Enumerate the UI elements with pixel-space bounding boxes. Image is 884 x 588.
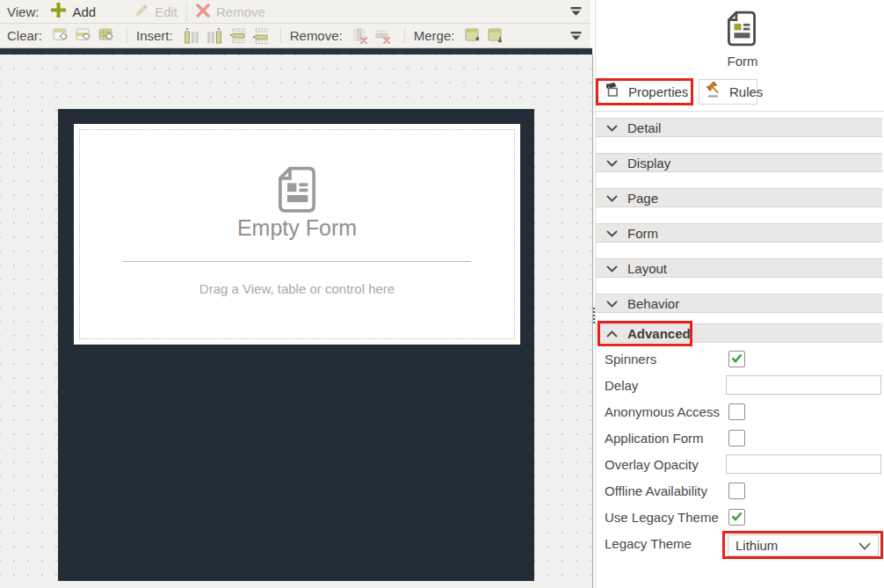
section-label: Form: [627, 226, 658, 241]
view-toolbar: View: Add Edit Remove: [0, 0, 591, 24]
toolbar-separator: [127, 27, 127, 44]
chevron-down-icon: [606, 120, 618, 135]
row-delay: Delay: [596, 372, 882, 398]
chevron-down-icon: [859, 538, 871, 553]
check-icon: [731, 351, 743, 367]
section-layout[interactable]: Layout: [596, 258, 882, 278]
properties-panel: Form Properties Rules Detail Display Pag…: [595, 0, 884, 588]
row-legacy-theme: Legacy Theme Lithium: [596, 530, 882, 556]
form-object-label: Form: [700, 54, 785, 69]
layout-toolbar: Clear: Insert: Remove: Merge:: [0, 24, 591, 48]
section-label: Display: [627, 156, 670, 171]
row-spinners: Spinners: [596, 345, 882, 372]
remove-column-icon: [352, 28, 369, 44]
merge-group-label: Merge:: [414, 28, 455, 43]
row-offline-availability: Offline Availability: [596, 477, 882, 504]
clear-group-label: Clear:: [7, 28, 42, 43]
edit-view-button[interactable]: Edit: [134, 4, 178, 20]
prop-label: Delay: [605, 378, 638, 393]
remove-view-button[interactable]: Remove: [196, 4, 265, 20]
section-behavior[interactable]: Behavior: [596, 294, 882, 313]
form-document-icon: [279, 166, 315, 219]
spinners-checkbox[interactable]: [728, 351, 745, 367]
section-label: Page: [627, 191, 658, 206]
chevron-down-icon: [606, 155, 618, 171]
add-view-button[interactable]: Add: [51, 3, 96, 20]
use-legacy-theme-checkbox[interactable]: [728, 509, 745, 526]
prop-label: Legacy Theme: [605, 536, 692, 551]
legacy-theme-value: Lithium: [735, 538, 778, 553]
form-object-icon: [728, 11, 756, 52]
row-use-legacy-theme: Use Legacy Theme: [596, 504, 882, 530]
clear-table-button[interactable]: [97, 26, 116, 46]
insert-row-below-icon: [252, 28, 268, 44]
section-advanced[interactable]: Advanced: [596, 323, 882, 343]
clear-row-button[interactable]: [74, 26, 93, 46]
tab-properties-label: Properties: [628, 84, 688, 99]
tab-rules[interactable]: Rules: [699, 79, 757, 105]
toolbar-overflow-icon[interactable]: [570, 4, 582, 19]
section-display[interactable]: Display: [596, 153, 882, 172]
insert-group-label: Insert:: [136, 28, 173, 43]
merge-down-button[interactable]: [486, 26, 505, 46]
merge-right-button[interactable]: [463, 26, 482, 46]
remove-row-icon: [375, 28, 392, 44]
remove-row-button[interactable]: [374, 26, 394, 46]
insert-row-above-button[interactable]: [228, 26, 247, 46]
insert-row-below-button[interactable]: [250, 26, 270, 46]
empty-form-dropzone[interactable]: Empty Form Drag a View, table or control…: [74, 124, 520, 345]
section-detail[interactable]: Detail: [596, 118, 882, 137]
edit-view-label: Edit: [155, 4, 178, 19]
design-canvas[interactable]: Empty Form Drag a View, table or control…: [0, 54, 593, 588]
insert-column-right-button[interactable]: [205, 26, 224, 46]
clear-row-icon: [76, 28, 92, 43]
insert-column-right-icon: [207, 28, 222, 44]
add-view-label: Add: [72, 4, 96, 19]
section-page[interactable]: Page: [596, 188, 882, 207]
pencil-icon: [134, 4, 149, 20]
toolbar-separator: [280, 27, 281, 44]
insert-column-left-button[interactable]: [182, 26, 201, 46]
merge-right-icon: [465, 28, 482, 44]
section-label: Behavior: [627, 296, 679, 311]
form-stage[interactable]: Empty Form Drag a View, table or control…: [58, 109, 534, 581]
prop-label: Application Form: [605, 431, 704, 446]
row-application-form: Application Form: [596, 425, 882, 451]
legacy-theme-select[interactable]: Lithium: [728, 534, 879, 556]
prop-label: Spinners: [605, 352, 656, 367]
prop-label: Use Legacy Theme: [605, 510, 719, 525]
insert-column-left-icon: [184, 28, 199, 44]
check-icon: [731, 509, 743, 525]
chevron-down-icon: [606, 225, 618, 241]
toolbar-separator: [404, 27, 405, 44]
toolbar-separator: [186, 4, 187, 20]
toolbar-overflow-icon[interactable]: [570, 28, 582, 44]
prop-label: Anonymous Access: [605, 404, 720, 419]
canvas-top-strip: [0, 48, 592, 54]
merge-down-icon: [488, 28, 504, 44]
tab-properties[interactable]: Properties: [596, 78, 693, 105]
row-anonymous-access: Anonymous Access: [596, 398, 882, 425]
chevron-down-icon: [606, 295, 618, 311]
remove-view-label: Remove: [216, 4, 265, 19]
overlay-opacity-input[interactable]: [726, 454, 881, 474]
delay-input[interactable]: [726, 375, 881, 395]
drop-hint-text: Drag a View, table or control here: [74, 281, 520, 296]
red-x-icon: [196, 4, 210, 20]
empty-form-title: Empty Form: [74, 215, 520, 241]
tabs-underline: [596, 111, 884, 112]
gavel-icon: [706, 82, 723, 102]
remove-column-button[interactable]: [351, 26, 371, 46]
section-form[interactable]: Form: [596, 223, 882, 243]
section-label: Advanced: [627, 326, 691, 341]
chevron-down-icon: [606, 190, 618, 206]
application-form-checkbox[interactable]: [728, 430, 745, 446]
anonymous-access-checkbox[interactable]: [728, 403, 745, 420]
add-plus-icon: [51, 3, 66, 20]
chevron-down-icon: [606, 260, 618, 276]
offline-availability-checkbox[interactable]: [728, 483, 745, 499]
prop-label: Offline Availability: [605, 483, 707, 498]
clear-cell-button[interactable]: [51, 26, 70, 46]
clear-table-icon: [98, 28, 115, 43]
remove-group-label: Remove:: [290, 28, 343, 43]
